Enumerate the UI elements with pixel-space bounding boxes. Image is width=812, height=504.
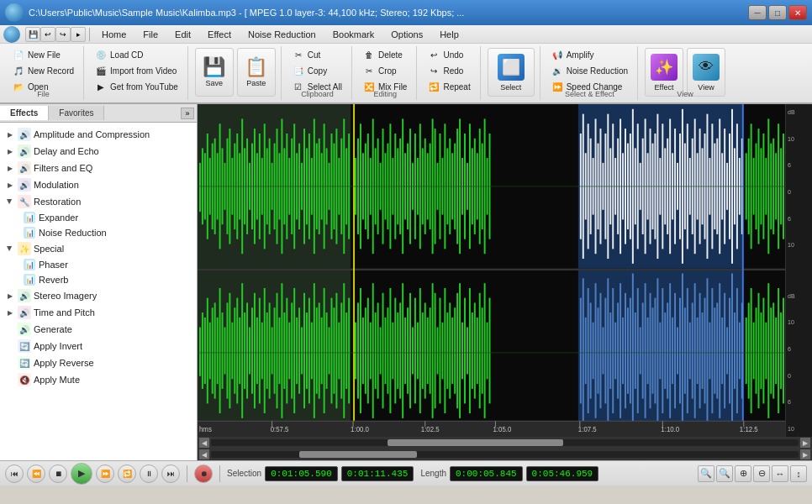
undoredo-btns: ↩ Undo ↪ Redo 🔁 Repeat bbox=[424, 48, 474, 94]
btn-new-file[interactable]: 📄 New File bbox=[8, 48, 78, 62]
scrollbar-v-row[interactable]: ◀ ▶ bbox=[198, 449, 812, 460]
btn-copy[interactable]: 📑 Copy bbox=[288, 64, 346, 78]
btn-fast-forward[interactable]: ⏩ bbox=[96, 465, 114, 483]
btn-amplify[interactable]: 📢 Amplify bbox=[547, 48, 632, 62]
btn-go-end[interactable]: ⏭ bbox=[161, 465, 180, 483]
maximize-button[interactable]: □ bbox=[768, 5, 787, 20]
btn-undo[interactable]: ↩ Undo bbox=[424, 48, 474, 62]
db-label-0c: 0 bbox=[788, 373, 810, 379]
waveform-canvas[interactable]: hms 0:57.5 1:00.0 1:02.5 1:05.0 1:07.5 1… bbox=[198, 104, 785, 437]
btn-stop[interactable]: ⏹ bbox=[49, 465, 67, 483]
minimize-button[interactable]: ─ bbox=[748, 5, 767, 20]
quick-toolbar: 💾 ↩ ↪ ▸ Home File Edit Effect Noise Redu… bbox=[0, 25, 812, 44]
btn-cut[interactable]: ✂ Cut bbox=[288, 48, 346, 62]
btn-pause[interactable]: ⏸ bbox=[140, 465, 158, 483]
waveform-area[interactable]: hms 0:57.5 1:00.0 1:02.5 1:05.0 1:07.5 1… bbox=[198, 104, 812, 460]
menu-options[interactable]: Options bbox=[382, 27, 431, 42]
btn-loop[interactable]: 🔁 bbox=[118, 465, 136, 483]
svg-rect-5 bbox=[199, 163, 201, 212]
svg-rect-375 bbox=[711, 288, 713, 413]
tree-item-mute[interactable]: ▶ 🔇 Apply Mute bbox=[0, 371, 197, 388]
tree-child-noise-reduction[interactable]: 📊 Noise Reduction bbox=[17, 225, 197, 240]
total-length-field[interactable]: 0:05:46.959 bbox=[526, 466, 599, 481]
tree-child-expander[interactable]: 📊 Expander bbox=[17, 210, 197, 225]
btn-rewind[interactable]: ⏪ bbox=[27, 465, 45, 483]
sidebar-tab-expand-btn[interactable]: » bbox=[181, 108, 194, 119]
tree-item-amplitude[interactable]: ▶ 🔊 Amplitude and Compression bbox=[0, 126, 197, 143]
tab-favorites[interactable]: Favorites bbox=[49, 106, 104, 120]
btn-load-cd[interactable]: 💿 Load CD bbox=[91, 48, 182, 62]
tree-item-stereo[interactable]: ▶ 🔊 Stereo Imagery bbox=[0, 287, 197, 304]
tree-item-generate[interactable]: ▶ 🔊 Generate bbox=[0, 321, 197, 338]
btn-go-start[interactable]: ⏮ bbox=[5, 465, 24, 483]
btn-new-record[interactable]: 🎵 New Record bbox=[8, 64, 78, 78]
scroll-up-btn[interactable]: ◀ bbox=[199, 449, 209, 459]
tree-child-phaser[interactable]: 📊 Phaser bbox=[17, 257, 197, 272]
zoom-fit-btn[interactable]: ⊖ bbox=[753, 465, 770, 482]
btn-select[interactable]: ⬜ Select bbox=[488, 48, 535, 97]
svg-rect-297 bbox=[430, 307, 431, 393]
tab-effects[interactable]: Effects bbox=[0, 106, 49, 120]
scrollbar-h[interactable]: ◀ ▶ bbox=[198, 437, 812, 449]
cut-icon: ✂ bbox=[293, 50, 304, 61]
tree-item-special[interactable]: ▶ ✨ Special bbox=[0, 240, 197, 257]
tree-item-invert[interactable]: ▶ 🔄 Apply Invert bbox=[0, 338, 197, 354]
zoom-in-btn[interactable]: 🔍 bbox=[698, 465, 714, 482]
btn-save[interactable]: 💾 Save bbox=[195, 48, 234, 97]
zoom-v-btn[interactable]: ↕ bbox=[790, 465, 807, 482]
svg-rect-395 bbox=[762, 298, 764, 404]
menu-effect[interactable]: Effect bbox=[199, 27, 240, 42]
menu-help[interactable]: Help bbox=[431, 27, 467, 42]
tree-item-reverse[interactable]: ▶ 🔄 Apply Reverse bbox=[0, 354, 197, 371]
svg-rect-328 bbox=[595, 283, 597, 418]
scroll-left-btn[interactable]: ◀ bbox=[199, 438, 209, 448]
length-label: Length bbox=[420, 469, 446, 478]
selection-end-field[interactable]: 0:01:11.435 bbox=[341, 466, 414, 481]
close-button[interactable]: ✕ bbox=[788, 5, 807, 20]
scrollbar-v-thumb[interactable] bbox=[299, 451, 417, 458]
tree-icon-filters: 🔊 bbox=[18, 161, 31, 175]
btn-repeat[interactable]: 🔁 Repeat bbox=[424, 80, 474, 94]
tree-item-time[interactable]: ▶ 🔊 Time and Pitch bbox=[0, 304, 197, 321]
quick-undo-btn[interactable]: ↩ bbox=[40, 27, 55, 42]
btn-record[interactable]: ⏺ bbox=[194, 465, 213, 483]
btn-youtube[interactable]: ▶ Get from YouTube bbox=[91, 80, 182, 94]
btn-crop[interactable]: ✂ Crop bbox=[359, 64, 411, 78]
zoom-reset-btn[interactable]: ⊕ bbox=[735, 465, 751, 482]
menu-noise[interactable]: Noise Reduction bbox=[240, 27, 324, 42]
btn-play[interactable]: ▶ bbox=[71, 463, 92, 485]
btn-redo[interactable]: ↪ Redo bbox=[424, 64, 474, 78]
tree-item-modulation[interactable]: ▶ 🔊 Modulation bbox=[0, 176, 197, 193]
quick-save-btn[interactable]: 💾 bbox=[25, 27, 40, 42]
scroll-down-btn[interactable]: ▶ bbox=[800, 449, 810, 459]
btn-noise-red[interactable]: 🔉 Noise Reduction bbox=[547, 64, 632, 78]
scrollbar-track[interactable] bbox=[211, 439, 799, 446]
tree-item-restoration[interactable]: ▶ 🔧 Restoration bbox=[0, 193, 197, 210]
quick-play-btn[interactable]: ▸ bbox=[71, 27, 86, 42]
svg-rect-322 bbox=[580, 298, 582, 404]
btn-delete[interactable]: 🗑 Delete bbox=[359, 48, 411, 62]
quick-redo-btn[interactable]: ↪ bbox=[55, 27, 71, 42]
scroll-right-btn[interactable]: ▶ bbox=[800, 438, 810, 448]
menu-edit[interactable]: Edit bbox=[166, 27, 199, 42]
zoom-out-btn[interactable]: 🔍 bbox=[716, 465, 733, 482]
btn-paste[interactable]: 📋 Paste bbox=[237, 48, 276, 97]
btn-import-video[interactable]: 🎬 Import from Video bbox=[91, 64, 182, 78]
tree-item-filters[interactable]: ▶ 🔊 Filters and EQ bbox=[0, 160, 197, 176]
svg-rect-218 bbox=[229, 293, 230, 408]
svg-rect-220 bbox=[234, 307, 235, 393]
scrollbar-v-track[interactable] bbox=[211, 451, 799, 458]
svg-rect-305 bbox=[449, 302, 451, 398]
menu-home[interactable]: Home bbox=[93, 27, 134, 42]
tree-item-delay[interactable]: ▶ 🔊 Delay and Echo bbox=[0, 143, 197, 160]
scrollbar-thumb[interactable] bbox=[388, 439, 564, 446]
tree-child-reverb[interactable]: 📊 Reverb bbox=[17, 272, 197, 287]
db-label-6d: 6 bbox=[788, 399, 810, 405]
svg-rect-321 bbox=[489, 298, 491, 404]
menu-bookmark[interactable]: Bookmark bbox=[324, 27, 383, 42]
length-field[interactable]: 0:00:05.845 bbox=[450, 466, 523, 481]
zoom-h-btn[interactable]: ↔ bbox=[772, 465, 788, 482]
selection-start-field[interactable]: 0:01:05.590 bbox=[265, 466, 338, 481]
menu-file[interactable]: File bbox=[134, 27, 166, 42]
svg-rect-216 bbox=[224, 328, 226, 375]
